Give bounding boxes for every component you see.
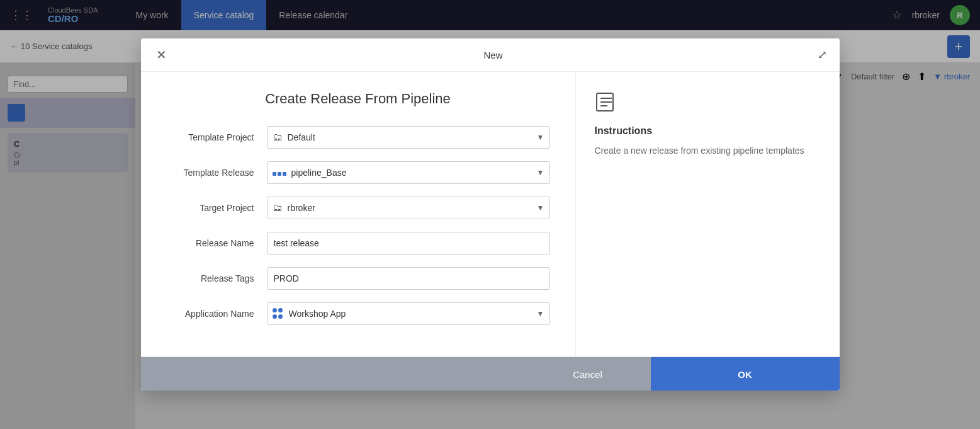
dropdown-arrow-icon-3: ▼ xyxy=(537,203,544,212)
dropdown-arrow-icon-2: ▼ xyxy=(537,168,544,177)
template-release-value: pipeline_Base xyxy=(291,168,532,178)
template-release-control: pipeline_Base ▼ xyxy=(267,161,550,184)
pipeline-icon xyxy=(273,167,286,178)
template-project-control: 🗂 Default ▼ xyxy=(267,126,550,149)
briefcase-icon: 🗂 xyxy=(273,132,283,143)
form-row-target-project: Target Project 🗂 rbroker ▼ xyxy=(166,197,550,219)
modal-body: Create Release From Pipeline Template Pr… xyxy=(141,72,840,357)
release-name-input[interactable] xyxy=(267,232,550,255)
application-name-label: Application Name xyxy=(166,309,267,319)
form-row-template-release: Template Release pipeline_Base xyxy=(166,161,550,184)
template-project-select[interactable]: 🗂 Default ▼ xyxy=(267,126,550,149)
modal-footer: Cancel OK xyxy=(141,357,840,391)
modal-title: New xyxy=(169,50,818,60)
modal-footer-left xyxy=(141,357,525,391)
ok-button[interactable]: OK xyxy=(651,357,840,391)
instructions-title: Instructions xyxy=(595,125,821,137)
instructions-text: Create a new release from existing pipel… xyxy=(595,144,821,157)
modal-form: Create Release From Pipeline Template Pr… xyxy=(141,72,575,357)
release-tags-input[interactable] xyxy=(267,267,550,290)
target-project-control: 🗂 rbroker ▼ xyxy=(267,197,550,219)
app-icon xyxy=(273,308,284,319)
dropdown-arrow-icon: ▼ xyxy=(537,133,544,142)
release-name-control xyxy=(267,232,550,255)
modal-expand-button[interactable]: ⤢ xyxy=(818,48,827,62)
modal-close-button[interactable]: ✕ xyxy=(154,47,169,62)
template-release-label: Template Release xyxy=(166,168,267,178)
form-row-release-tags: Release Tags xyxy=(166,267,550,290)
form-row-application-name: Application Name Workshop App ▼ xyxy=(166,302,550,325)
modal-overlay: ✕ New ⤢ Create Release From Pipeline Tem… xyxy=(0,0,980,429)
template-release-select[interactable]: pipeline_Base ▼ xyxy=(267,161,550,184)
briefcase-icon-2: 🗂 xyxy=(273,202,283,214)
template-project-value: Default xyxy=(288,132,532,142)
release-name-label: Release Name xyxy=(166,238,267,248)
application-name-value: Workshop App xyxy=(289,309,532,319)
modal-form-title: Create Release From Pipeline xyxy=(166,91,550,107)
dropdown-arrow-icon-4: ▼ xyxy=(537,309,544,318)
cancel-button[interactable]: Cancel xyxy=(525,357,651,391)
form-row-template-project: Template Project 🗂 Default ▼ xyxy=(166,126,550,149)
release-tags-label: Release Tags xyxy=(166,273,267,283)
template-project-label: Template Project xyxy=(166,132,267,142)
instructions-icon xyxy=(595,91,821,118)
modal-header: ✕ New ⤢ xyxy=(141,38,840,72)
modal-dialog: ✕ New ⤢ Create Release From Pipeline Tem… xyxy=(141,38,840,391)
target-project-label: Target Project xyxy=(166,203,267,213)
application-name-select[interactable]: Workshop App ▼ xyxy=(267,302,550,325)
release-tags-control xyxy=(267,267,550,290)
application-name-control: Workshop App ▼ xyxy=(267,302,550,325)
modal-instructions: Instructions Create a new release from e… xyxy=(575,72,840,357)
target-project-select[interactable]: 🗂 rbroker ▼ xyxy=(267,197,550,219)
form-row-release-name: Release Name xyxy=(166,232,550,255)
target-project-value: rbroker xyxy=(288,203,532,213)
